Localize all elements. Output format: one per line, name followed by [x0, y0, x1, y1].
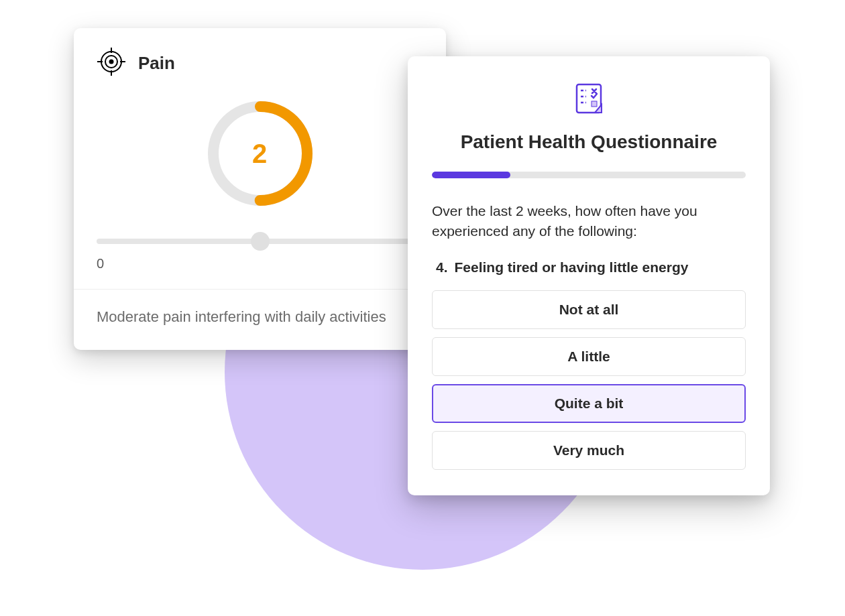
phq-option-1[interactable]: A little: [432, 337, 746, 376]
pain-slider-thumb[interactable]: [251, 232, 270, 251]
checklist-icon: [432, 80, 746, 119]
phq-prompt: Over the last 2 weeks, how often have yo…: [432, 201, 746, 242]
phq-option-0[interactable]: Not at all: [432, 290, 746, 329]
pain-card-header: Pain: [74, 28, 446, 87]
pain-slider-labels: 0 4: [97, 256, 423, 271]
pain-slider-min: 0: [97, 256, 104, 271]
pain-gauge-value: 2: [203, 97, 317, 210]
phq-card: Patient Health Questionnaire Over the la…: [408, 56, 770, 495]
pain-gauge: 2: [74, 87, 446, 231]
pain-slider[interactable]: [97, 239, 423, 244]
svg-rect-9: [577, 84, 601, 113]
phq-question-text: Feeling tired or having little energy: [455, 259, 689, 275]
phq-progress-fill: [432, 172, 510, 178]
svg-point-2: [109, 60, 114, 64]
phq-option-3[interactable]: Very much: [432, 431, 746, 470]
phq-options: Not at allA littleQuite a bitVery much: [432, 290, 746, 470]
phq-title: Patient Health Questionnaire: [432, 131, 746, 153]
phq-question-number: 4.: [436, 259, 448, 275]
pain-card: Pain 2 0 4 Moderate pain interfering wit…: [74, 28, 446, 350]
phq-progress: [432, 172, 746, 178]
phq-option-2[interactable]: Quite a bit: [432, 384, 746, 423]
svg-rect-13: [592, 101, 597, 107]
phq-question: 4. Feeling tired or having little energy: [432, 259, 746, 275]
pain-title: Pain: [138, 53, 175, 74]
pain-description: Moderate pain interfering with daily act…: [74, 289, 446, 350]
target-icon: [97, 47, 126, 79]
